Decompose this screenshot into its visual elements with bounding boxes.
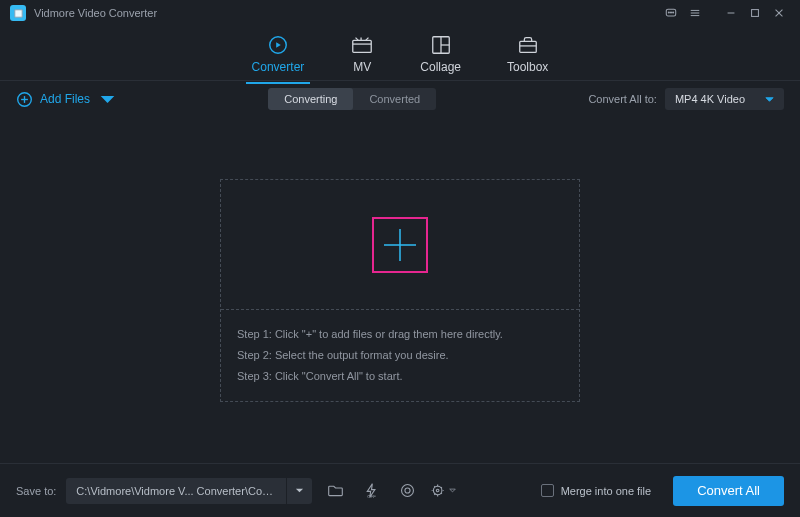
svg-point-3 bbox=[670, 12, 671, 13]
svg-point-4 bbox=[673, 12, 674, 13]
menu-icon[interactable] bbox=[684, 2, 706, 24]
state-segment: Converting Converted bbox=[268, 88, 436, 110]
format-value: MP4 4K Video bbox=[675, 93, 745, 105]
tab-label: Converter bbox=[252, 60, 305, 74]
svg-rect-18 bbox=[519, 41, 536, 52]
step-text: Step 2: Select the output format you des… bbox=[237, 345, 563, 366]
feedback-icon[interactable] bbox=[660, 2, 682, 24]
svg-point-26 bbox=[401, 485, 413, 497]
title-bar: Vidmore Video Converter bbox=[0, 0, 800, 26]
tab-label: MV bbox=[350, 60, 374, 74]
svg-point-28 bbox=[434, 486, 443, 495]
tab-toolbox[interactable]: Toolbox bbox=[507, 33, 548, 74]
add-files-label: Add Files bbox=[40, 92, 90, 106]
save-path-box: C:\Vidmore\Vidmore V... Converter\Conver… bbox=[66, 478, 312, 504]
tab-collage[interactable]: Collage bbox=[420, 33, 461, 74]
tab-converter[interactable]: Converter bbox=[252, 33, 305, 74]
convert-all-to-label: Convert All to: bbox=[588, 93, 656, 105]
svg-point-27 bbox=[405, 488, 410, 493]
tab-label: Collage bbox=[420, 60, 461, 74]
save-path-value[interactable]: C:\Vidmore\Vidmore V... Converter\Conver… bbox=[66, 485, 286, 497]
settings-button[interactable] bbox=[430, 478, 456, 504]
workspace: Step 1: Click "+" to add files or drag t… bbox=[0, 118, 800, 463]
plus-box bbox=[372, 217, 428, 273]
open-folder-button[interactable] bbox=[322, 478, 348, 504]
close-button[interactable] bbox=[768, 2, 790, 24]
chevron-down-icon bbox=[765, 95, 774, 104]
dropzone-instructions: Step 1: Click "+" to add files or drag t… bbox=[221, 310, 579, 401]
checkbox-box bbox=[541, 484, 554, 497]
task-schedule-button[interactable] bbox=[394, 478, 420, 504]
minimize-button[interactable] bbox=[720, 2, 742, 24]
svg-rect-13 bbox=[353, 40, 371, 52]
chevron-down-icon bbox=[99, 91, 116, 108]
tab-label: Toolbox bbox=[507, 60, 548, 74]
chevron-down-icon bbox=[295, 486, 304, 495]
mv-icon bbox=[350, 33, 374, 57]
main-tabs: Converter MV Collage Toolbox bbox=[0, 26, 800, 81]
svg-point-2 bbox=[668, 12, 669, 13]
bottom-bar: Save to: C:\Vidmore\Vidmore V... Convert… bbox=[0, 463, 800, 517]
tab-mv[interactable]: MV bbox=[350, 33, 374, 74]
step-text: Step 3: Click "Convert All" to start. bbox=[237, 366, 563, 387]
svg-point-29 bbox=[437, 489, 440, 492]
dropzone: Step 1: Click "+" to add files or drag t… bbox=[220, 179, 580, 402]
toolbox-icon bbox=[507, 33, 548, 57]
svg-text:OFF: OFF bbox=[367, 494, 376, 499]
segment-converting[interactable]: Converting bbox=[268, 88, 353, 110]
convert-all-to-group: Convert All to: MP4 4K Video bbox=[588, 88, 784, 110]
chevron-down-icon bbox=[449, 482, 456, 499]
step-text: Step 1: Click "+" to add files or drag t… bbox=[237, 324, 563, 345]
add-files-dropzone[interactable] bbox=[221, 180, 579, 310]
segment-converted[interactable]: Converted bbox=[353, 88, 436, 110]
app-logo bbox=[10, 5, 26, 21]
app-title: Vidmore Video Converter bbox=[34, 7, 157, 19]
maximize-button[interactable] bbox=[744, 2, 766, 24]
convert-all-button[interactable]: Convert All bbox=[673, 476, 784, 506]
merge-checkbox[interactable]: Merge into one file bbox=[541, 484, 652, 497]
save-to-label: Save to: bbox=[16, 485, 56, 497]
svg-rect-9 bbox=[752, 10, 759, 17]
output-format-select[interactable]: MP4 4K Video bbox=[665, 88, 784, 110]
plus-icon bbox=[380, 225, 420, 265]
save-path-dropdown[interactable] bbox=[286, 478, 312, 504]
merge-label: Merge into one file bbox=[561, 485, 652, 497]
toolbar: Add Files Converting Converted Convert A… bbox=[0, 81, 800, 117]
hardware-accel-button[interactable]: OFF bbox=[358, 478, 384, 504]
add-files-button[interactable]: Add Files bbox=[16, 91, 116, 108]
collage-icon bbox=[420, 33, 461, 57]
converter-icon bbox=[252, 33, 305, 57]
